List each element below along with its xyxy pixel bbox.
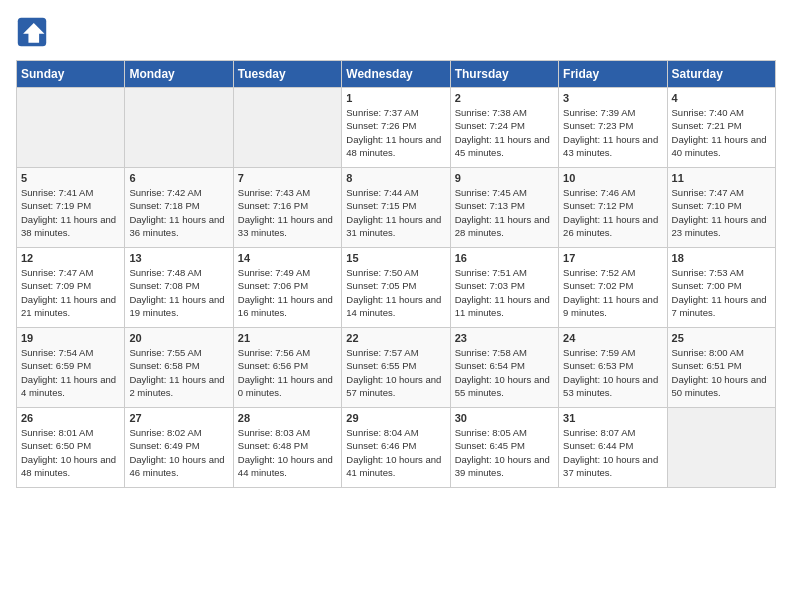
calendar-cell xyxy=(125,88,233,168)
calendar-cell: 15Sunrise: 7:50 AMSunset: 7:05 PMDayligh… xyxy=(342,248,450,328)
cell-details: Sunrise: 7:47 AMSunset: 7:10 PMDaylight:… xyxy=(672,186,771,239)
cell-details: Sunrise: 8:05 AMSunset: 6:45 PMDaylight:… xyxy=(455,426,554,479)
calendar-cell: 14Sunrise: 7:49 AMSunset: 7:06 PMDayligh… xyxy=(233,248,341,328)
day-number: 25 xyxy=(672,332,771,344)
day-number: 29 xyxy=(346,412,445,424)
day-number: 16 xyxy=(455,252,554,264)
day-number: 12 xyxy=(21,252,120,264)
calendar-cell: 12Sunrise: 7:47 AMSunset: 7:09 PMDayligh… xyxy=(17,248,125,328)
day-number: 23 xyxy=(455,332,554,344)
calendar-cell: 17Sunrise: 7:52 AMSunset: 7:02 PMDayligh… xyxy=(559,248,667,328)
cell-details: Sunrise: 7:48 AMSunset: 7:08 PMDaylight:… xyxy=(129,266,228,319)
calendar-cell: 16Sunrise: 7:51 AMSunset: 7:03 PMDayligh… xyxy=(450,248,558,328)
calendar-week-3: 12Sunrise: 7:47 AMSunset: 7:09 PMDayligh… xyxy=(17,248,776,328)
calendar-week-4: 19Sunrise: 7:54 AMSunset: 6:59 PMDayligh… xyxy=(17,328,776,408)
calendar-cell: 9Sunrise: 7:45 AMSunset: 7:13 PMDaylight… xyxy=(450,168,558,248)
cell-details: Sunrise: 7:43 AMSunset: 7:16 PMDaylight:… xyxy=(238,186,337,239)
cell-details: Sunrise: 7:45 AMSunset: 7:13 PMDaylight:… xyxy=(455,186,554,239)
calendar-week-2: 5Sunrise: 7:41 AMSunset: 7:19 PMDaylight… xyxy=(17,168,776,248)
calendar-cell: 18Sunrise: 7:53 AMSunset: 7:00 PMDayligh… xyxy=(667,248,775,328)
cell-details: Sunrise: 7:59 AMSunset: 6:53 PMDaylight:… xyxy=(563,346,662,399)
cell-details: Sunrise: 8:07 AMSunset: 6:44 PMDaylight:… xyxy=(563,426,662,479)
day-number: 8 xyxy=(346,172,445,184)
day-number: 31 xyxy=(563,412,662,424)
calendar-header-row: SundayMondayTuesdayWednesdayThursdayFrid… xyxy=(17,61,776,88)
cell-details: Sunrise: 8:00 AMSunset: 6:51 PMDaylight:… xyxy=(672,346,771,399)
cell-details: Sunrise: 7:38 AMSunset: 7:24 PMDaylight:… xyxy=(455,106,554,159)
calendar-cell: 8Sunrise: 7:44 AMSunset: 7:15 PMDaylight… xyxy=(342,168,450,248)
day-number: 13 xyxy=(129,252,228,264)
day-number: 27 xyxy=(129,412,228,424)
calendar-cell xyxy=(667,408,775,488)
cell-details: Sunrise: 7:54 AMSunset: 6:59 PMDaylight:… xyxy=(21,346,120,399)
cell-details: Sunrise: 7:49 AMSunset: 7:06 PMDaylight:… xyxy=(238,266,337,319)
calendar-cell: 24Sunrise: 7:59 AMSunset: 6:53 PMDayligh… xyxy=(559,328,667,408)
calendar-cell: 4Sunrise: 7:40 AMSunset: 7:21 PMDaylight… xyxy=(667,88,775,168)
day-number: 1 xyxy=(346,92,445,104)
day-number: 3 xyxy=(563,92,662,104)
day-number: 4 xyxy=(672,92,771,104)
calendar-cell xyxy=(233,88,341,168)
cell-details: Sunrise: 7:51 AMSunset: 7:03 PMDaylight:… xyxy=(455,266,554,319)
cell-details: Sunrise: 7:46 AMSunset: 7:12 PMDaylight:… xyxy=(563,186,662,239)
cell-details: Sunrise: 7:44 AMSunset: 7:15 PMDaylight:… xyxy=(346,186,445,239)
logo-icon xyxy=(16,16,48,48)
calendar-cell: 3Sunrise: 7:39 AMSunset: 7:23 PMDaylight… xyxy=(559,88,667,168)
cell-details: Sunrise: 7:37 AMSunset: 7:26 PMDaylight:… xyxy=(346,106,445,159)
calendar-cell: 27Sunrise: 8:02 AMSunset: 6:49 PMDayligh… xyxy=(125,408,233,488)
cell-details: Sunrise: 7:52 AMSunset: 7:02 PMDaylight:… xyxy=(563,266,662,319)
day-number: 6 xyxy=(129,172,228,184)
page-header xyxy=(16,16,776,48)
cell-details: Sunrise: 8:02 AMSunset: 6:49 PMDaylight:… xyxy=(129,426,228,479)
calendar-cell: 26Sunrise: 8:01 AMSunset: 6:50 PMDayligh… xyxy=(17,408,125,488)
day-number: 7 xyxy=(238,172,337,184)
cell-details: Sunrise: 7:58 AMSunset: 6:54 PMDaylight:… xyxy=(455,346,554,399)
day-number: 2 xyxy=(455,92,554,104)
day-number: 30 xyxy=(455,412,554,424)
day-number: 15 xyxy=(346,252,445,264)
day-number: 5 xyxy=(21,172,120,184)
cell-details: Sunrise: 7:41 AMSunset: 7:19 PMDaylight:… xyxy=(21,186,120,239)
cell-details: Sunrise: 7:53 AMSunset: 7:00 PMDaylight:… xyxy=(672,266,771,319)
calendar-week-5: 26Sunrise: 8:01 AMSunset: 6:50 PMDayligh… xyxy=(17,408,776,488)
calendar-cell: 20Sunrise: 7:55 AMSunset: 6:58 PMDayligh… xyxy=(125,328,233,408)
cell-details: Sunrise: 8:01 AMSunset: 6:50 PMDaylight:… xyxy=(21,426,120,479)
calendar-week-1: 1Sunrise: 7:37 AMSunset: 7:26 PMDaylight… xyxy=(17,88,776,168)
cell-details: Sunrise: 7:42 AMSunset: 7:18 PMDaylight:… xyxy=(129,186,228,239)
day-header-sunday: Sunday xyxy=(17,61,125,88)
calendar-cell: 28Sunrise: 8:03 AMSunset: 6:48 PMDayligh… xyxy=(233,408,341,488)
day-number: 9 xyxy=(455,172,554,184)
calendar-cell: 31Sunrise: 8:07 AMSunset: 6:44 PMDayligh… xyxy=(559,408,667,488)
cell-details: Sunrise: 8:04 AMSunset: 6:46 PMDaylight:… xyxy=(346,426,445,479)
calendar-cell: 19Sunrise: 7:54 AMSunset: 6:59 PMDayligh… xyxy=(17,328,125,408)
day-number: 14 xyxy=(238,252,337,264)
calendar-cell: 21Sunrise: 7:56 AMSunset: 6:56 PMDayligh… xyxy=(233,328,341,408)
calendar-cell: 13Sunrise: 7:48 AMSunset: 7:08 PMDayligh… xyxy=(125,248,233,328)
cell-details: Sunrise: 7:56 AMSunset: 6:56 PMDaylight:… xyxy=(238,346,337,399)
day-number: 22 xyxy=(346,332,445,344)
cell-details: Sunrise: 7:50 AMSunset: 7:05 PMDaylight:… xyxy=(346,266,445,319)
calendar-cell xyxy=(17,88,125,168)
cell-details: Sunrise: 7:55 AMSunset: 6:58 PMDaylight:… xyxy=(129,346,228,399)
calendar-cell: 25Sunrise: 8:00 AMSunset: 6:51 PMDayligh… xyxy=(667,328,775,408)
calendar-cell: 23Sunrise: 7:58 AMSunset: 6:54 PMDayligh… xyxy=(450,328,558,408)
calendar-cell: 5Sunrise: 7:41 AMSunset: 7:19 PMDaylight… xyxy=(17,168,125,248)
calendar-cell: 11Sunrise: 7:47 AMSunset: 7:10 PMDayligh… xyxy=(667,168,775,248)
day-header-wednesday: Wednesday xyxy=(342,61,450,88)
day-number: 19 xyxy=(21,332,120,344)
cell-details: Sunrise: 7:40 AMSunset: 7:21 PMDaylight:… xyxy=(672,106,771,159)
day-number: 17 xyxy=(563,252,662,264)
cell-details: Sunrise: 8:03 AMSunset: 6:48 PMDaylight:… xyxy=(238,426,337,479)
day-number: 28 xyxy=(238,412,337,424)
day-number: 26 xyxy=(21,412,120,424)
calendar-cell: 29Sunrise: 8:04 AMSunset: 6:46 PMDayligh… xyxy=(342,408,450,488)
calendar-cell: 7Sunrise: 7:43 AMSunset: 7:16 PMDaylight… xyxy=(233,168,341,248)
cell-details: Sunrise: 7:47 AMSunset: 7:09 PMDaylight:… xyxy=(21,266,120,319)
day-header-tuesday: Tuesday xyxy=(233,61,341,88)
day-header-friday: Friday xyxy=(559,61,667,88)
calendar-cell: 22Sunrise: 7:57 AMSunset: 6:55 PMDayligh… xyxy=(342,328,450,408)
logo xyxy=(16,16,52,48)
cell-details: Sunrise: 7:39 AMSunset: 7:23 PMDaylight:… xyxy=(563,106,662,159)
day-number: 10 xyxy=(563,172,662,184)
cell-details: Sunrise: 7:57 AMSunset: 6:55 PMDaylight:… xyxy=(346,346,445,399)
